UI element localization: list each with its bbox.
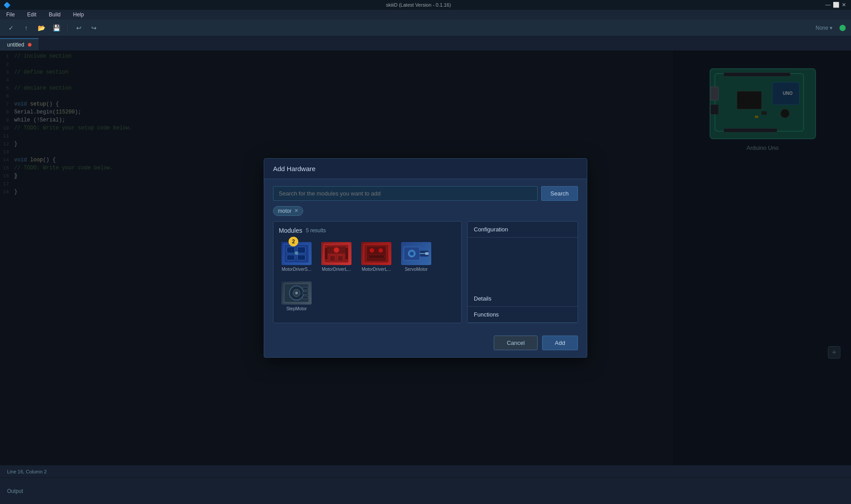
- module-image-3: [361, 242, 391, 265]
- svg-rect-12: [287, 247, 295, 253]
- module-item-servo-motor[interactable]: ServoMotor: [398, 239, 434, 274]
- modules-header: Modules 5 results: [279, 227, 456, 234]
- module-label-1: MotorDriverS...: [281, 267, 311, 272]
- search-button[interactable]: Search: [541, 186, 578, 201]
- toolbar: ✓ ↑ 📂 💾 ↩ ↪ None ▾: [0, 20, 851, 36]
- output-bar: Output: [0, 477, 851, 504]
- tag-label: motor: [278, 208, 292, 214]
- module-label-5: StepMotor: [286, 306, 307, 311]
- motor-tag: motor ✕: [273, 206, 303, 216]
- svg-rect-20: [338, 256, 343, 261]
- module-image-2: [321, 242, 351, 265]
- config-panel: Configuration Details Functions: [467, 221, 578, 323]
- modules-config-layout: Modules 5 results 2: [273, 221, 578, 323]
- maximize-button[interactable]: ⬜: [832, 1, 839, 8]
- svg-rect-25: [367, 246, 386, 261]
- undo-button[interactable]: ↩: [73, 22, 85, 34]
- module-label-2: MotorDriverL...: [322, 267, 351, 272]
- configuration-section: Configuration: [468, 222, 578, 238]
- module-item-motor-driver-shield[interactable]: 2: [279, 239, 314, 274]
- svg-rect-40: [303, 292, 308, 294]
- configuration-label: Configuration: [474, 226, 508, 233]
- modules-panel: Modules 5 results 2: [273, 221, 462, 323]
- menu-help[interactable]: Help: [70, 11, 87, 19]
- modules-label: Modules: [279, 227, 302, 234]
- redo-button[interactable]: ↪: [88, 22, 100, 34]
- svg-rect-23: [345, 248, 348, 259]
- svg-point-32: [410, 252, 414, 255]
- module-item-motor-driver-l293d[interactable]: MotorDriverL...: [359, 239, 394, 274]
- check-button[interactable]: ✓: [5, 22, 17, 34]
- save-button[interactable]: 💾: [51, 22, 62, 34]
- search-input[interactable]: [273, 186, 538, 201]
- svg-rect-14: [287, 255, 295, 260]
- upload-button[interactable]: ↑: [20, 22, 32, 34]
- details-label: Details: [474, 295, 492, 302]
- app-title: skiiiD (Latest Version - 0.1.16): [13, 2, 824, 8]
- menu-build[interactable]: Build: [46, 11, 63, 19]
- module-item-motor-driver-l298n[interactable]: MotorDriverL...: [319, 239, 354, 274]
- svg-rect-15: [297, 255, 305, 260]
- minimize-button[interactable]: —: [824, 1, 831, 8]
- module-label-3: MotorDriverL...: [362, 267, 391, 272]
- menu-bar: File Edit Build Help: [0, 10, 851, 20]
- svg-rect-22: [325, 248, 328, 259]
- tab-label: untitled: [7, 42, 24, 48]
- close-button[interactable]: ✕: [840, 1, 847, 8]
- status-text: Line 16, Column 2: [7, 469, 47, 474]
- module-item-step-motor[interactable]: StepMotor: [279, 279, 314, 314]
- modal-overlay: Add Hardware Search motor ✕: [0, 51, 851, 465]
- modal-title: Add Hardware: [273, 165, 316, 172]
- tag-chip-row: motor ✕: [273, 206, 578, 221]
- modal-header: Add Hardware: [264, 159, 587, 179]
- unsaved-dot: [28, 43, 31, 47]
- svg-point-21: [334, 247, 339, 253]
- modal-body: Search motor ✕ Modules 5 results: [264, 179, 587, 330]
- module-image-5: [281, 281, 312, 305]
- tab-untitled[interactable]: untitled: [0, 38, 39, 51]
- details-section: Details: [468, 291, 578, 307]
- remove-tag-button[interactable]: ✕: [294, 208, 298, 214]
- svg-point-38: [295, 292, 298, 294]
- modal-footer: Cancel Add: [264, 330, 587, 357]
- modules-grid: 2: [279, 239, 456, 314]
- cancel-button[interactable]: Cancel: [494, 336, 537, 350]
- svg-rect-19: [330, 256, 335, 261]
- svg-point-27: [379, 248, 383, 253]
- menu-edit[interactable]: Edit: [24, 11, 39, 19]
- main-area: 1// include section 2 3// define section…: [0, 51, 851, 465]
- add-button[interactable]: Add: [542, 336, 578, 350]
- open-button[interactable]: 📂: [35, 22, 47, 34]
- config-content: [468, 238, 578, 291]
- svg-point-16: [295, 251, 298, 255]
- module-label-4: ServoMotor: [405, 267, 428, 272]
- search-row: Search: [273, 186, 578, 201]
- functions-label: Functions: [474, 311, 499, 318]
- results-count: 5 results: [306, 227, 326, 234]
- selection-badge: 2: [289, 237, 298, 246]
- add-hardware-modal: Add Hardware Search motor ✕: [264, 158, 587, 358]
- tab-bar: untitled ⊞ Graphic ≡ Table: [0, 36, 851, 51]
- functions-section: Functions: [468, 307, 578, 323]
- menu-file[interactable]: File: [4, 11, 17, 19]
- svg-point-26: [370, 248, 374, 253]
- module-image-4: [401, 242, 431, 265]
- svg-rect-33: [425, 252, 429, 255]
- svg-rect-41: [303, 296, 308, 299]
- status-bar: Line 16, Column 2: [0, 465, 851, 477]
- app-icon: 🔷: [4, 2, 11, 8]
- title-bar: 🔷 skiiiD (Latest Version - 0.1.16) — ⬜ ✕: [0, 0, 851, 10]
- svg-rect-13: [297, 247, 305, 253]
- svg-rect-28: [368, 255, 384, 258]
- svg-rect-39: [303, 287, 308, 290]
- output-label: Output: [7, 488, 23, 494]
